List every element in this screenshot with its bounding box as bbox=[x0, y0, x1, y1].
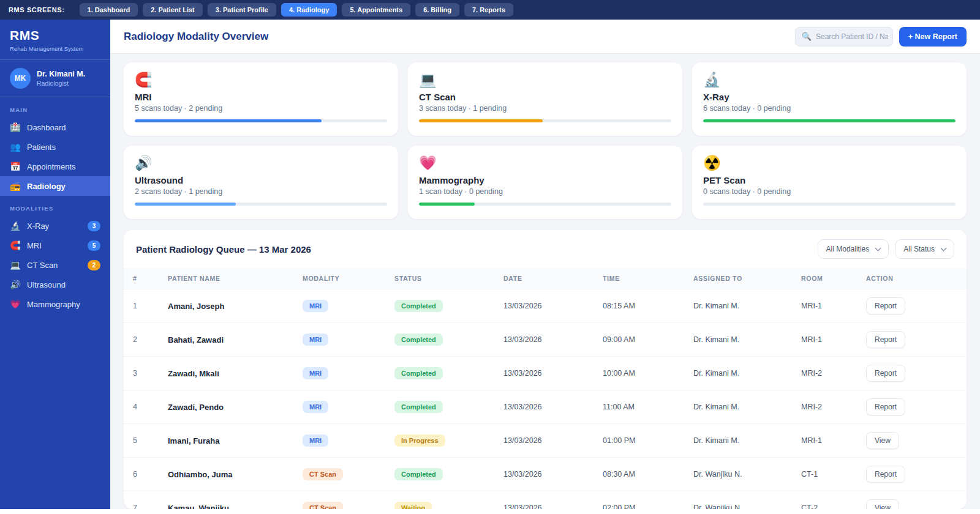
queue-table-body: 1Amani, JosephMRICompleted13/03/202608:1… bbox=[124, 289, 967, 510]
modality-card-ct-scan: 💻CT Scan3 scans today · 1 pending bbox=[408, 62, 682, 136]
col-header-patient-name: PATIENT NAME bbox=[160, 268, 295, 289]
table-row: 7Kamau, WanjikuCT ScanWaiting13/03/20260… bbox=[124, 491, 967, 510]
sidebar-item-label: Ultrasound bbox=[27, 280, 66, 289]
modality-cell: MRI bbox=[295, 289, 387, 323]
assigned-to-cell: Dr. Kimani M. bbox=[686, 289, 794, 323]
screens-tab-2-patient-list[interactable]: 2. Patient List bbox=[143, 3, 203, 17]
progress-bar bbox=[135, 203, 387, 206]
modality-card-stats: 6 scans today · 0 pending bbox=[703, 104, 956, 113]
heart-icon: 💗 bbox=[10, 300, 21, 308]
time-cell: 11:00 AM bbox=[595, 390, 686, 424]
status-filter[interactable]: All Status bbox=[895, 239, 954, 259]
date-cell: 13/03/2026 bbox=[496, 458, 595, 491]
section-label-modalities: MODALITIES bbox=[10, 205, 100, 212]
view-button[interactable]: View bbox=[866, 499, 899, 509]
modality-pill: MRI bbox=[303, 367, 328, 379]
modality-card-title: Mammography bbox=[419, 175, 671, 185]
sidebar-item-mammography[interactable]: 💗Mammography bbox=[0, 294, 110, 314]
table-row: 4Zawadi, PendoMRICompleted13/03/202611:0… bbox=[124, 390, 967, 424]
action-cell: Report bbox=[859, 289, 967, 323]
search-box[interactable]: 🔍 bbox=[795, 27, 893, 47]
modality-card-stats: 1 scan today · 0 pending bbox=[419, 187, 671, 196]
action-cell: Report bbox=[859, 323, 967, 357]
sidebar-item-label: X-Ray bbox=[27, 222, 49, 231]
sidebar-item-dashboard[interactable]: 🏥Dashboard bbox=[0, 117, 110, 137]
screens-tab-7-reports[interactable]: 7. Reports bbox=[464, 3, 513, 17]
report-button[interactable]: Report bbox=[866, 331, 905, 348]
modality-cell: MRI bbox=[295, 390, 387, 424]
modality-pill: CT Scan bbox=[303, 468, 343, 480]
screens-tab-6-billing[interactable]: 6. Billing bbox=[415, 3, 459, 17]
row-number: 4 bbox=[124, 390, 160, 424]
modality-pill: MRI bbox=[303, 300, 328, 312]
sidebar: RMS Rehab Management System MK Dr. Kiman… bbox=[0, 20, 110, 509]
assigned-to-cell: Dr. Kimani M. bbox=[686, 323, 794, 357]
modality-filter[interactable]: All Modalities bbox=[818, 239, 889, 259]
modality-card-pet-scan: ☢️PET Scan0 scans today · 0 pending bbox=[692, 146, 967, 219]
time-cell: 08:30 AM bbox=[595, 458, 686, 491]
sidebar-item-label: Patients bbox=[27, 143, 56, 152]
progress-fill bbox=[135, 203, 236, 206]
radiology-queue-card: Patient Radiology Queue — 13 Mar 2026 Al… bbox=[124, 230, 967, 509]
time-cell: 10:00 AM bbox=[595, 357, 686, 390]
sidebar-item-ultrasound[interactable]: 🔊Ultrasound bbox=[0, 275, 110, 294]
progress-fill bbox=[419, 119, 543, 122]
sidebar-item-radiology[interactable]: 📻Radiology bbox=[0, 176, 110, 196]
room-cell: MRI-1 bbox=[794, 323, 859, 357]
report-button[interactable]: Report bbox=[866, 297, 905, 315]
queue-table: #PATIENT NAMEMODALITYSTATUSDATETIMEASSIG… bbox=[124, 268, 967, 509]
time-cell: 08:15 AM bbox=[595, 289, 686, 323]
status-cell: Completed bbox=[387, 289, 496, 323]
sidebar-item-ct-scan[interactable]: 💻CT Scan2 bbox=[0, 255, 110, 275]
heart-icon: 💗 bbox=[419, 155, 671, 171]
report-button[interactable]: Report bbox=[866, 365, 905, 382]
screens-tab-4-radiology[interactable]: 4. Radiology bbox=[281, 3, 337, 17]
date-cell: 13/03/2026 bbox=[496, 357, 595, 390]
search-input[interactable] bbox=[816, 32, 888, 41]
sidebar-item-patients[interactable]: 👥Patients bbox=[0, 137, 110, 157]
modality-card-title: MRI bbox=[135, 92, 387, 102]
sidebar-item-mri[interactable]: 🧲MRI5 bbox=[0, 236, 110, 255]
modality-card-stats: 5 scans today · 2 pending bbox=[135, 104, 387, 113]
new-report-button[interactable]: + New Report bbox=[899, 27, 967, 47]
user-role: Radiologist bbox=[37, 80, 85, 87]
modality-card-title: X-Ray bbox=[703, 92, 956, 102]
chevron-down-icon bbox=[875, 245, 881, 251]
time-cell: 02:00 PM bbox=[595, 491, 686, 510]
queue-title: Patient Radiology Queue — 13 Mar 2026 bbox=[136, 244, 311, 255]
modality-card-stats: 0 scans today · 0 pending bbox=[703, 187, 956, 196]
screens-tab-5-appointments[interactable]: 5. Appointments bbox=[342, 3, 410, 17]
col-header-room: ROOM bbox=[794, 268, 859, 289]
view-button[interactable]: View bbox=[866, 432, 899, 449]
date-cell: 13/03/2026 bbox=[496, 491, 595, 510]
page-title: Radiology Modality Overview bbox=[124, 31, 268, 43]
sidebar-item-x-ray[interactable]: 🔬X-Ray3 bbox=[0, 216, 110, 236]
modality-card-x-ray: 🔬X-Ray6 scans today · 0 pending bbox=[692, 62, 967, 136]
screens-tab-1-dashboard[interactable]: 1. Dashboard bbox=[80, 3, 138, 17]
section-label-main: MAIN bbox=[10, 106, 100, 113]
room-cell: MRI-1 bbox=[794, 424, 859, 458]
report-button[interactable]: Report bbox=[866, 466, 905, 483]
screens-tab-3-patient-profile[interactable]: 3. Patient Profile bbox=[208, 3, 276, 17]
hospital-icon: 🏥 bbox=[10, 123, 21, 132]
table-row: 2Bahati, ZawadiMRICompleted13/03/202609:… bbox=[124, 323, 967, 357]
modality-pill: MRI bbox=[303, 333, 328, 346]
status-badge: In Progress bbox=[394, 434, 445, 447]
action-cell: Report bbox=[859, 458, 967, 491]
patient-name: Kamau, Wanjiku bbox=[160, 491, 295, 510]
action-cell: View bbox=[859, 491, 967, 510]
status-badge: Waiting bbox=[394, 502, 432, 509]
sidebar-item-label: Mammography bbox=[27, 300, 80, 309]
row-number: 3 bbox=[124, 357, 160, 390]
status-cell: Waiting bbox=[387, 491, 496, 510]
speaker-icon: 🔊 bbox=[10, 280, 21, 289]
row-number: 5 bbox=[124, 424, 160, 458]
patient-name: Bahati, Zawadi bbox=[160, 323, 295, 357]
col-header-time: TIME bbox=[595, 268, 686, 289]
sidebar-item-appointments[interactable]: 📅Appointments bbox=[0, 157, 110, 176]
modality-card-title: Ultrasound bbox=[135, 175, 387, 185]
screens-tabs: 1. Dashboard2. Patient List3. Patient Pr… bbox=[80, 3, 513, 17]
report-button[interactable]: Report bbox=[866, 398, 905, 415]
col-header-: # bbox=[124, 268, 160, 289]
sidebar-item-label: CT Scan bbox=[27, 261, 58, 270]
